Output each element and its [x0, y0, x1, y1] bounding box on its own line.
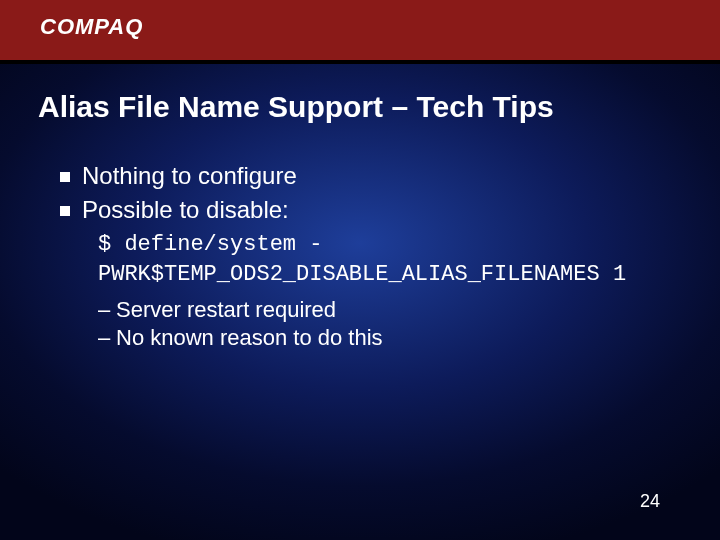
slide: COMPAQ Alias File Name Support – Tech Ti… — [0, 0, 720, 540]
dash-bullet-icon: – — [98, 325, 116, 351]
bullet-text: Possible to disable: — [82, 196, 289, 224]
code-line: $ define/system - — [98, 232, 322, 257]
sub-bullet-list: –Server restart required –No known reaso… — [98, 297, 680, 351]
square-bullet-icon — [60, 206, 70, 216]
code-block: $ define/system - PWRK$TEMP_ODS2_DISABLE… — [98, 230, 680, 289]
code-line: PWRK$TEMP_ODS2_DISABLE_ALIAS_FILENAMES 1 — [98, 262, 626, 287]
slide-title: Alias File Name Support – Tech Tips — [38, 90, 682, 124]
sub-bullet-item: –No known reason to do this — [98, 325, 680, 351]
slide-content: Nothing to configure Possible to disable… — [60, 160, 680, 353]
bullet-text: Nothing to configure — [82, 162, 297, 190]
square-bullet-icon — [60, 172, 70, 182]
header-bar: COMPAQ — [0, 0, 720, 64]
sub-bullet-item: –Server restart required — [98, 297, 680, 323]
compaq-logo: COMPAQ — [40, 14, 143, 40]
bullet-item: Possible to disable: — [60, 196, 680, 224]
page-number: 24 — [640, 491, 660, 512]
dash-bullet-icon: – — [98, 297, 116, 323]
bullet-item: Nothing to configure — [60, 162, 680, 190]
sub-bullet-text: Server restart required — [116, 297, 336, 322]
sub-bullet-text: No known reason to do this — [116, 325, 383, 350]
